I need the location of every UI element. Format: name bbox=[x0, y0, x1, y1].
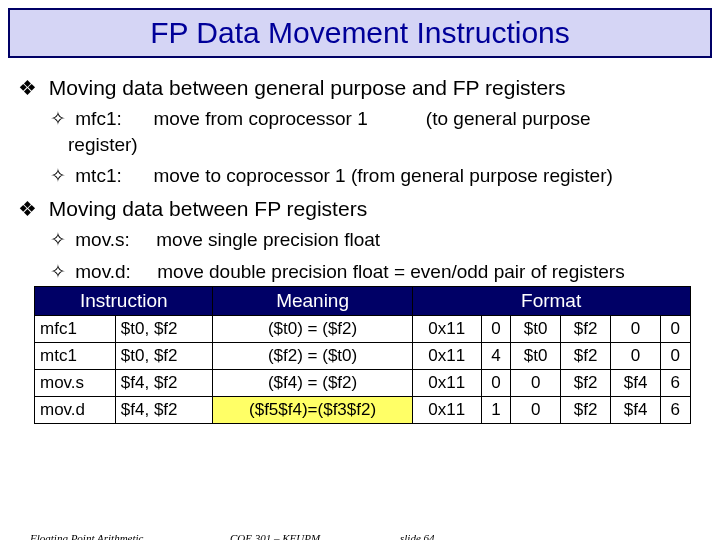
mfc1-name: mfc1: bbox=[75, 108, 121, 129]
cell: 0x11 bbox=[412, 370, 481, 397]
cross-icon: ✧ bbox=[50, 165, 66, 186]
cell: 0 bbox=[481, 370, 511, 397]
mfc1-tail: register) bbox=[68, 134, 138, 155]
cell: 0 bbox=[511, 370, 561, 397]
cell: mfc1 bbox=[35, 316, 116, 343]
cell: 0 bbox=[611, 316, 661, 343]
movd-name: mov.d: bbox=[75, 261, 131, 282]
slide-title: FP Data Movement Instructions bbox=[150, 16, 570, 49]
title-bar: FP Data Movement Instructions bbox=[8, 8, 712, 58]
cross-icon: ✧ bbox=[50, 108, 66, 129]
table-row: mfc1 $t0, $f2 ($t0) = ($f2) 0x11 0 $t0 $… bbox=[35, 316, 691, 343]
sub-bullet-movs: ✧ mov.s: move single precision float bbox=[50, 227, 702, 253]
sub-bullet-mtc1: ✧ mtc1: move to coprocessor 1 (from gene… bbox=[50, 163, 702, 189]
cell: $t0, $f2 bbox=[115, 343, 213, 370]
bullet-section-2: ❖ Moving data between FP registers bbox=[18, 197, 702, 221]
movs-desc: move single precision float bbox=[156, 229, 380, 250]
cell: $f4 bbox=[611, 370, 661, 397]
cell: $t0 bbox=[511, 343, 561, 370]
cell: 6 bbox=[661, 370, 691, 397]
cell: $f2 bbox=[561, 370, 611, 397]
cell: $f2 bbox=[561, 397, 611, 424]
cell: 0x11 bbox=[412, 343, 481, 370]
cell-highlighted: ($f5$f4)=($f3$f2) bbox=[213, 397, 412, 424]
cross-icon: ✧ bbox=[50, 229, 66, 250]
sub-bullet-mfc1: ✧ mfc1: move from coprocessor 1 (to gene… bbox=[50, 106, 702, 157]
mfc1-note: (to general purpose bbox=[426, 108, 591, 129]
sub-bullet-movd: ✧ mov.d: move double precision float = e… bbox=[50, 259, 702, 285]
cell: $t0 bbox=[511, 316, 561, 343]
instruction-table: Instruction Meaning Format mfc1 $t0, $f2… bbox=[34, 286, 691, 424]
cell: ($t0) = ($f2) bbox=[213, 316, 412, 343]
movs-name: mov.s: bbox=[75, 229, 130, 250]
slide-content: ❖ Moving data between general purpose an… bbox=[0, 58, 720, 424]
cell: 4 bbox=[481, 343, 511, 370]
cell: mtc1 bbox=[35, 343, 116, 370]
cell: $t0, $f2 bbox=[115, 316, 213, 343]
table-header-row: Instruction Meaning Format bbox=[35, 287, 691, 316]
cell: 0 bbox=[661, 343, 691, 370]
cell: 0 bbox=[661, 316, 691, 343]
movd-desc: move double precision float = even/odd p… bbox=[157, 261, 624, 282]
cell: ($f2) = ($t0) bbox=[213, 343, 412, 370]
bullet-section-1: ❖ Moving data between general purpose an… bbox=[18, 76, 702, 100]
mfc1-desc: move from coprocessor 1 bbox=[153, 108, 367, 129]
cell: mov.d bbox=[35, 397, 116, 424]
cell: 0 bbox=[481, 316, 511, 343]
cell: $f4, $f2 bbox=[115, 397, 213, 424]
section2-text: Moving data between FP registers bbox=[49, 197, 367, 220]
th-instruction: Instruction bbox=[35, 287, 213, 316]
mtc1-desc: move to coprocessor 1 (from general purp… bbox=[153, 165, 612, 186]
cell: $f2 bbox=[561, 316, 611, 343]
cell: $f4 bbox=[611, 397, 661, 424]
cell: ($f4) = ($f2) bbox=[213, 370, 412, 397]
th-meaning: Meaning bbox=[213, 287, 412, 316]
table-row: mov.s $f4, $f2 ($f4) = ($f2) 0x11 0 0 $f… bbox=[35, 370, 691, 397]
table-row: mtc1 $t0, $f2 ($f2) = ($t0) 0x11 4 $t0 $… bbox=[35, 343, 691, 370]
cell: 0 bbox=[511, 397, 561, 424]
title-inner: FP Data Movement Instructions bbox=[10, 10, 710, 56]
table-row: mov.d $f4, $f2 ($f5$f4)=($f3$f2) 0x11 1 … bbox=[35, 397, 691, 424]
cell: 6 bbox=[661, 397, 691, 424]
cell: mov.s bbox=[35, 370, 116, 397]
diamond-icon: ❖ bbox=[18, 197, 37, 220]
footer-right: slide 64 bbox=[400, 532, 435, 540]
cell: 0 bbox=[611, 343, 661, 370]
footer-left: Floating Point Arithmetic bbox=[30, 532, 143, 540]
cell: $f4, $f2 bbox=[115, 370, 213, 397]
cell: $f2 bbox=[561, 343, 611, 370]
cell: 0x11 bbox=[412, 316, 481, 343]
th-format: Format bbox=[412, 287, 690, 316]
footer-mid: COE 301 – KFUPM bbox=[230, 532, 320, 540]
diamond-icon: ❖ bbox=[18, 76, 37, 99]
mtc1-name: mtc1: bbox=[75, 165, 121, 186]
cell: 1 bbox=[481, 397, 511, 424]
cell: 0x11 bbox=[412, 397, 481, 424]
section1-text: Moving data between general purpose and … bbox=[49, 76, 566, 99]
cross-icon: ✧ bbox=[50, 261, 66, 282]
